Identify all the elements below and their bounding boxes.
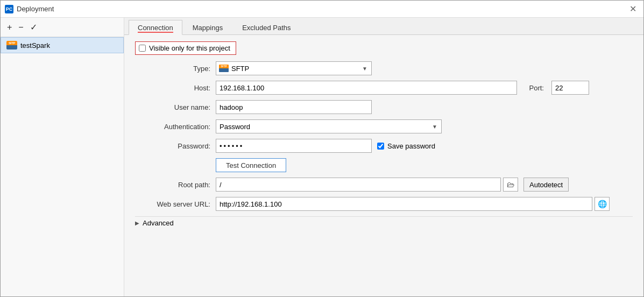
tab-excluded-paths[interactable]: Excluded Paths xyxy=(233,20,300,34)
save-password-wrapper[interactable]: Save password xyxy=(377,142,435,150)
folder-browse-button[interactable]: 🗁 xyxy=(503,178,518,192)
app-icon: PC xyxy=(5,5,13,13)
content-area: + − ✓ SFTP testSpark Connection Mappings xyxy=(1,18,643,296)
main-panel: Connection Mappings Excluded Paths Visib… xyxy=(124,18,643,296)
auth-row: Authentication: Password Key pair (OpenS… xyxy=(135,119,633,133)
test-connection-row: Test Connection xyxy=(216,158,633,172)
type-select-wrapper: SFTP SFTP FTP Local or mounted folder In… xyxy=(216,61,372,75)
folder-icon: 🗁 xyxy=(507,180,514,189)
web-url-label: Web server URL: xyxy=(135,200,216,208)
server-name: testSpark xyxy=(20,41,50,49)
close-button[interactable]: ✕ xyxy=(626,3,639,16)
title-bar-left: PC Deployment xyxy=(5,5,54,13)
tab-mappings[interactable]: Mappings xyxy=(183,20,232,34)
advanced-label: Advanced xyxy=(143,219,174,227)
web-url-input[interactable] xyxy=(216,197,592,211)
tab-connection[interactable]: Connection xyxy=(129,20,182,35)
advanced-row[interactable]: ▶ Advanced xyxy=(135,216,633,229)
deployment-dialog: PC Deployment ✕ + − ✓ SFTP testSpark xyxy=(0,0,644,297)
type-row: Type: SFTP SFTP FTP Local or mounted fol… xyxy=(135,61,633,75)
root-path-input[interactable] xyxy=(216,178,501,192)
type-label: Type: xyxy=(135,65,216,73)
test-connection-button[interactable]: Test Connection xyxy=(216,158,286,172)
visible-only-wrapper[interactable]: Visible only for this project xyxy=(135,41,236,55)
visible-only-label: Visible only for this project xyxy=(149,44,230,52)
autodetect-button[interactable]: Autodetect xyxy=(523,178,569,192)
tab-bar: Connection Mappings Excluded Paths xyxy=(124,18,643,35)
root-path-row: Root path: 🗁 Autodetect xyxy=(135,178,633,192)
sidebar-toolbar: + − ✓ xyxy=(1,18,124,37)
port-label: Port: xyxy=(522,84,549,92)
password-row: Password: Save password xyxy=(135,139,633,153)
advanced-arrow-icon: ▶ xyxy=(135,220,139,226)
remove-server-button[interactable]: − xyxy=(16,22,25,33)
save-password-checkbox[interactable] xyxy=(377,143,384,150)
port-input[interactable] xyxy=(551,81,589,95)
root-path-label: Root path: xyxy=(135,181,216,189)
username-input[interactable] xyxy=(216,100,372,114)
globe-button[interactable]: 🌐 xyxy=(595,197,610,211)
username-row: User name: xyxy=(135,100,633,114)
dialog-title: Deployment xyxy=(17,5,54,13)
auth-select[interactable]: Password Key pair (OpenSSH or PuTTY) Ope… xyxy=(216,119,442,133)
server-item[interactable]: SFTP testSpark xyxy=(1,37,124,53)
sidebar: + − ✓ SFTP testSpark xyxy=(1,18,124,296)
form-area: Visible only for this project Type: SFTP… xyxy=(124,35,643,296)
host-label: Host: xyxy=(135,84,216,92)
username-label: User name: xyxy=(135,103,216,111)
title-bar: PC Deployment ✕ xyxy=(1,1,643,18)
auth-select-wrapper: Password Key pair (OpenSSH or PuTTY) Ope… xyxy=(216,119,442,133)
password-input[interactable] xyxy=(216,139,372,153)
web-url-row: Web server URL: 🌐 xyxy=(135,197,633,211)
url-wrapper: 🌐 xyxy=(216,197,610,211)
visible-only-row: Visible only for this project xyxy=(135,41,633,55)
type-select[interactable]: SFTP FTP Local or mounted folder In-plac… xyxy=(216,61,372,75)
confirm-button[interactable]: ✓ xyxy=(28,21,39,33)
visible-only-checkbox[interactable] xyxy=(139,45,146,52)
root-path-wrapper: 🗁 Autodetect xyxy=(216,178,569,192)
save-password-label: Save password xyxy=(387,142,435,150)
auth-label: Authentication: xyxy=(135,123,216,131)
sftp-icon: SFTP xyxy=(6,41,17,49)
password-label: Password: xyxy=(135,142,216,150)
add-server-button[interactable]: + xyxy=(5,22,14,33)
host-row: Host: Port: xyxy=(135,81,633,95)
globe-icon: 🌐 xyxy=(598,200,607,208)
host-input[interactable] xyxy=(216,81,517,95)
